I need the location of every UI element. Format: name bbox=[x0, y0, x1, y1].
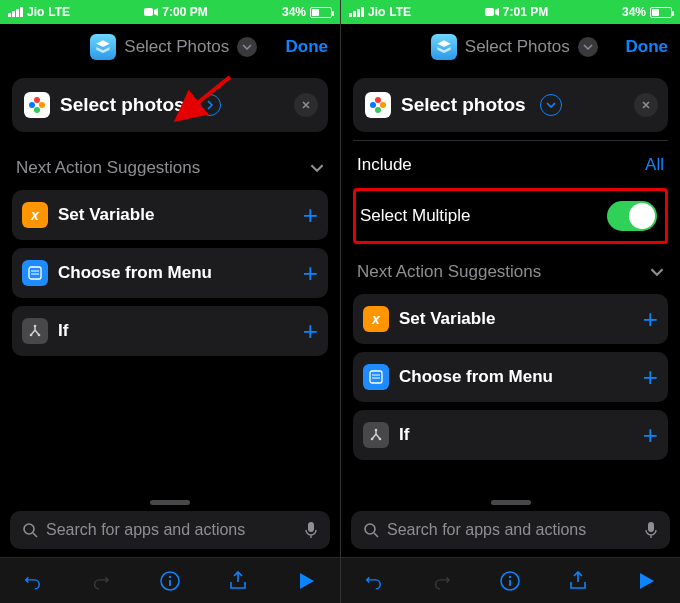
expand-options-button[interactable] bbox=[199, 94, 221, 116]
suggestion-set-variable[interactable]: x Set Variable + bbox=[12, 190, 328, 240]
battery-icon bbox=[310, 7, 332, 18]
close-icon bbox=[641, 100, 651, 110]
redo-button[interactable] bbox=[428, 566, 458, 596]
svg-point-26 bbox=[375, 429, 378, 432]
signal-icon bbox=[349, 7, 364, 17]
bottom-panel: Search for apps and actions bbox=[341, 494, 680, 603]
chevron-right-icon bbox=[205, 100, 215, 110]
select-multiple-row: Select Multiple bbox=[353, 188, 668, 244]
svg-point-3 bbox=[34, 107, 40, 113]
svg-rect-18 bbox=[485, 8, 494, 16]
svg-point-9 bbox=[34, 325, 37, 328]
search-field[interactable]: Search for apps and actions bbox=[10, 511, 330, 549]
svg-rect-31 bbox=[648, 522, 654, 532]
remove-action-button[interactable] bbox=[294, 93, 318, 117]
svg-line-13 bbox=[33, 533, 37, 537]
search-placeholder: Search for apps and actions bbox=[387, 521, 636, 539]
chevron-down-icon bbox=[583, 42, 593, 52]
suggestion-set-variable[interactable]: x Set Variable + bbox=[353, 294, 668, 344]
svg-rect-6 bbox=[29, 267, 41, 279]
suggestion-label: Choose from Menu bbox=[58, 263, 293, 283]
svg-rect-14 bbox=[308, 522, 314, 532]
suggestion-choose-menu[interactable]: Choose from Menu + bbox=[12, 248, 328, 298]
svg-point-22 bbox=[370, 102, 376, 108]
search-icon bbox=[22, 522, 38, 538]
suggestion-label: Set Variable bbox=[58, 205, 293, 225]
branch-icon bbox=[22, 318, 48, 344]
video-icon bbox=[485, 7, 499, 17]
network: LTE bbox=[48, 5, 70, 19]
status-bar: Jio LTE 7:00 PM 34% bbox=[0, 0, 340, 24]
done-button[interactable]: Done bbox=[286, 37, 329, 57]
select-multiple-toggle[interactable] bbox=[607, 201, 657, 231]
chevron-down-icon bbox=[546, 100, 556, 110]
svg-point-16 bbox=[169, 575, 171, 577]
battery-icon bbox=[650, 7, 672, 18]
toolbar bbox=[341, 557, 680, 603]
branch-icon bbox=[363, 422, 389, 448]
add-icon: + bbox=[303, 202, 318, 228]
clock: 7:00 PM bbox=[162, 5, 207, 19]
svg-point-2 bbox=[39, 102, 45, 108]
chevron-down-icon bbox=[242, 42, 252, 52]
redo-button[interactable] bbox=[87, 566, 117, 596]
suggestion-label: Set Variable bbox=[399, 309, 633, 329]
svg-rect-0 bbox=[144, 8, 153, 16]
battery-pct: 34% bbox=[622, 5, 646, 19]
suggestion-label: If bbox=[399, 425, 633, 445]
variable-icon: x bbox=[363, 306, 389, 332]
add-icon: + bbox=[643, 306, 658, 332]
action-card[interactable]: Select photos bbox=[353, 78, 668, 132]
info-button[interactable] bbox=[495, 566, 525, 596]
grabber-handle[interactable] bbox=[150, 500, 190, 505]
search-field[interactable]: Search for apps and actions bbox=[351, 511, 670, 549]
suggestions-title: Next Action Suggestions bbox=[357, 262, 541, 282]
suggestions-header[interactable]: Next Action Suggestions bbox=[0, 140, 340, 186]
undo-button[interactable] bbox=[360, 566, 390, 596]
suggestions-header[interactable]: Next Action Suggestions bbox=[341, 244, 680, 290]
menu-icon bbox=[363, 364, 389, 390]
carrier: Jio bbox=[368, 5, 385, 19]
info-button[interactable] bbox=[155, 566, 185, 596]
run-button[interactable] bbox=[291, 566, 321, 596]
svg-point-20 bbox=[380, 102, 386, 108]
title-menu-button[interactable] bbox=[237, 37, 257, 57]
photos-app-icon bbox=[365, 92, 391, 118]
include-row[interactable]: Include All bbox=[353, 140, 668, 189]
page-title: Select Photos bbox=[465, 37, 570, 57]
mic-icon[interactable] bbox=[304, 521, 318, 539]
action-options: Include All Select Multiple bbox=[353, 140, 668, 244]
svg-point-10 bbox=[30, 334, 33, 337]
action-title: Select photos bbox=[60, 94, 185, 116]
battery-pct: 34% bbox=[282, 5, 306, 19]
undo-button[interactable] bbox=[19, 566, 49, 596]
include-value[interactable]: All bbox=[645, 155, 664, 175]
share-button[interactable] bbox=[223, 566, 253, 596]
done-button[interactable]: Done bbox=[626, 37, 669, 57]
signal-icon bbox=[8, 7, 23, 17]
suggestion-if[interactable]: If + bbox=[353, 410, 668, 460]
menu-icon bbox=[22, 260, 48, 286]
toolbar bbox=[0, 557, 340, 603]
suggestion-choose-menu[interactable]: Choose from Menu + bbox=[353, 352, 668, 402]
svg-point-4 bbox=[29, 102, 35, 108]
share-button[interactable] bbox=[563, 566, 593, 596]
action-card[interactable]: Select photos bbox=[12, 78, 328, 132]
chevron-down-icon bbox=[650, 265, 664, 279]
svg-point-27 bbox=[371, 438, 374, 441]
remove-action-button[interactable] bbox=[634, 93, 658, 117]
run-button[interactable] bbox=[631, 566, 661, 596]
title-menu-button[interactable] bbox=[578, 37, 598, 57]
page-title: Select Photos bbox=[124, 37, 229, 57]
network: LTE bbox=[389, 5, 411, 19]
suggestion-if[interactable]: If + bbox=[12, 306, 328, 356]
action-title: Select photos bbox=[401, 94, 526, 116]
suggestion-label: Choose from Menu bbox=[399, 367, 633, 387]
mic-icon[interactable] bbox=[644, 521, 658, 539]
status-bar: Jio LTE 7:01 PM 34% bbox=[341, 0, 680, 24]
add-icon: + bbox=[303, 318, 318, 344]
grabber-handle[interactable] bbox=[491, 500, 531, 505]
svg-rect-23 bbox=[370, 371, 382, 383]
suggestion-label: If bbox=[58, 321, 293, 341]
collapse-options-button[interactable] bbox=[540, 94, 562, 116]
